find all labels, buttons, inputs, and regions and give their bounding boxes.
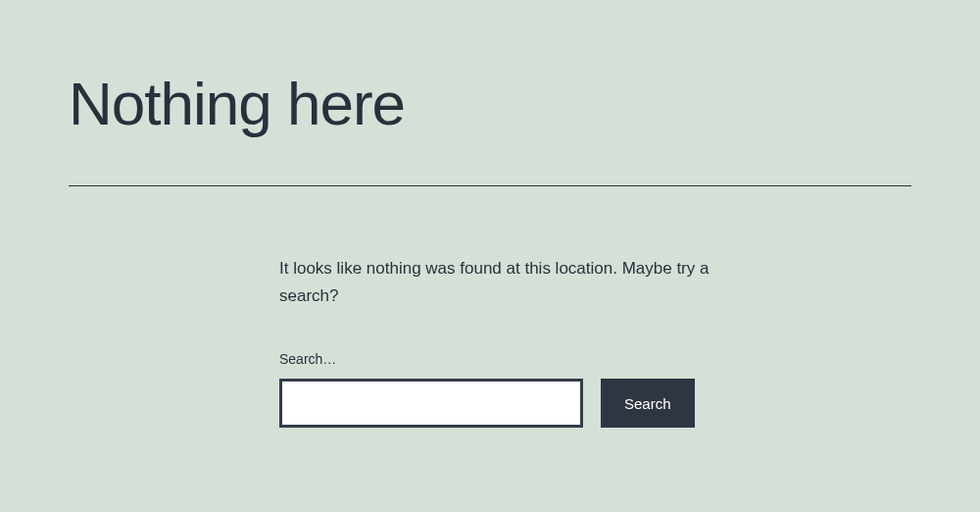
search-button[interactable]: Search bbox=[601, 379, 695, 428]
search-label: Search… bbox=[279, 351, 710, 367]
search-form: Search bbox=[279, 379, 710, 428]
search-input[interactable] bbox=[279, 379, 583, 428]
not-found-message: It looks like nothing was found at this … bbox=[279, 255, 710, 310]
content-area: It looks like nothing was found at this … bbox=[279, 255, 710, 428]
page-title: Nothing here bbox=[69, 69, 911, 138]
divider bbox=[69, 185, 911, 186]
